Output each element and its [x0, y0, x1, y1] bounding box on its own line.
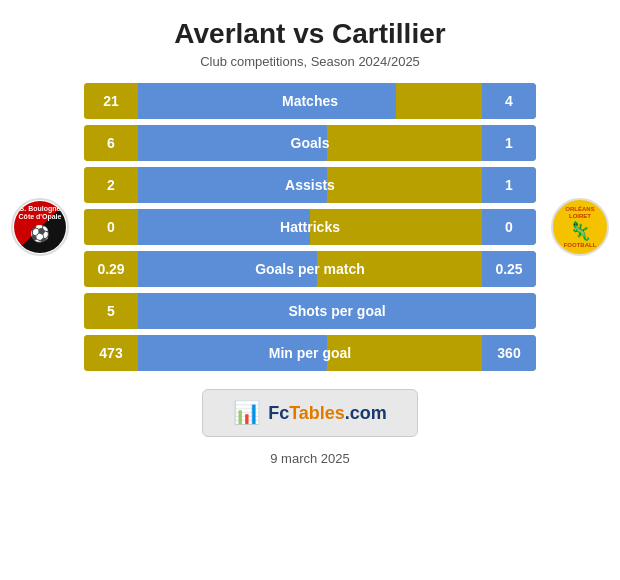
page-title: Averlant vs Cartillier	[174, 18, 445, 50]
stat-bar-container: Assists	[138, 167, 482, 203]
stat-right-value: 4	[482, 83, 536, 119]
stat-row: 5Shots per goal	[84, 293, 536, 329]
right-team-logo: ORLÉANSLOIRET 🦎 FOOTBALL	[551, 198, 609, 256]
stat-label: Matches	[138, 93, 482, 109]
stat-row: 2Assists1	[84, 167, 536, 203]
stat-label: Min per goal	[138, 345, 482, 361]
boulogne-text-label: S. BoulogneCôte d'Opale	[14, 205, 66, 222]
stat-left-value: 473	[84, 335, 138, 371]
stat-row: 6Goals1	[84, 125, 536, 161]
stat-label: Assists	[138, 177, 482, 193]
orleans-text-top: ORLÉANSLOIRET	[565, 206, 594, 219]
stat-label: Goals per match	[138, 261, 482, 277]
stats-column: 21Matches46Goals12Assists10Hattricks00.2…	[80, 83, 540, 371]
stat-right-value: 360	[482, 335, 536, 371]
stat-label: Goals	[138, 135, 482, 151]
fctables-label: FcTables.com	[268, 403, 387, 424]
left-team-logo-container: S. BoulogneCôte d'Opale ⚽	[0, 198, 80, 256]
stat-bar-container: Goals per match	[138, 251, 482, 287]
stat-bar-container: Hattricks	[138, 209, 482, 245]
right-team-logo-container: ORLÉANSLOIRET 🦎 FOOTBALL	[540, 198, 620, 256]
orleans-text-bottom: FOOTBALL	[564, 242, 597, 248]
boulogne-inner: S. BoulogneCôte d'Opale ⚽	[14, 201, 66, 253]
stat-label: Shots per goal	[138, 303, 536, 319]
stat-left-value: 0.29	[84, 251, 138, 287]
stat-left-value: 5	[84, 293, 138, 329]
stat-left-value: 0	[84, 209, 138, 245]
stat-left-value: 6	[84, 125, 138, 161]
left-team-logo: S. BoulogneCôte d'Opale ⚽	[11, 198, 69, 256]
fctables-banner: 📊 FcTables.com	[202, 389, 418, 437]
stat-bar-container: Min per goal	[138, 335, 482, 371]
stat-bar-container: Shots per goal	[138, 293, 536, 329]
stat-row: 21Matches4	[84, 83, 536, 119]
main-row: S. BoulogneCôte d'Opale ⚽ 21Matches46Goa…	[0, 83, 620, 371]
stat-right-value: 0.25	[482, 251, 536, 287]
footer-date: 9 march 2025	[270, 451, 350, 466]
stat-label: Hattricks	[138, 219, 482, 235]
stat-row: 473Min per goal360	[84, 335, 536, 371]
page: Averlant vs Cartillier Club competitions…	[0, 0, 620, 580]
page-subtitle: Club competitions, Season 2024/2025	[200, 54, 420, 69]
stat-left-value: 2	[84, 167, 138, 203]
stat-row: 0.29Goals per match0.25	[84, 251, 536, 287]
stat-right-value: 1	[482, 125, 536, 161]
stat-right-value: 1	[482, 167, 536, 203]
stat-right-value: 0	[482, 209, 536, 245]
stat-row: 0Hattricks0	[84, 209, 536, 245]
orleans-symbol: 🦎	[569, 220, 591, 242]
fctables-icon: 📊	[233, 400, 260, 426]
stat-bar-container: Matches	[138, 83, 482, 119]
orleans-inner: ORLÉANSLOIRET 🦎 FOOTBALL	[554, 201, 606, 253]
stat-left-value: 21	[84, 83, 138, 119]
boulogne-symbol: ⚽	[30, 224, 50, 243]
stat-bar-container: Goals	[138, 125, 482, 161]
